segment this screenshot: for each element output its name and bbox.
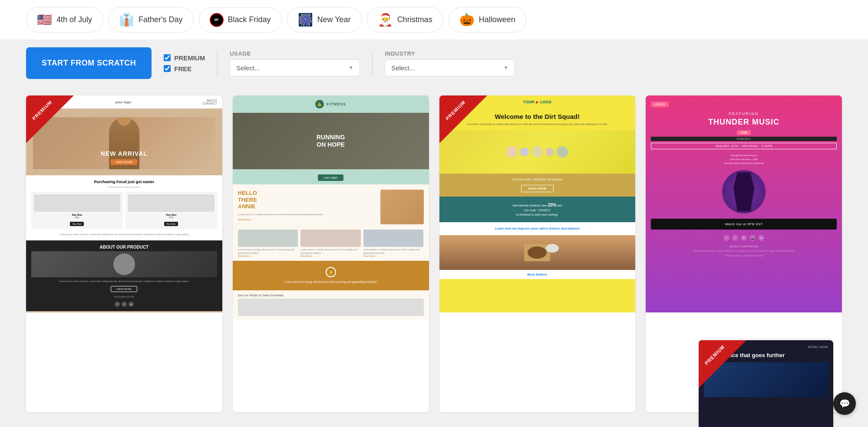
free-label: FREE: [174, 65, 191, 72]
premium-checkbox-row[interactable]: PREMIUM: [164, 54, 205, 62]
card4-rights: © Music Company - All Rights Reserved: [651, 254, 837, 257]
card4-tonight: TONIGHT: [651, 137, 837, 141]
card4-title: THUNDER MUSIC: [651, 118, 837, 127]
template-card-2[interactable]: 💪 FITNESS RUNNING ON HOPE Let's Start: [233, 95, 429, 412]
linkedin-icon-4: in: [741, 235, 747, 241]
card2-tribute: See our tribute to Gabe Gronwald: [233, 290, 429, 319]
card1-product-1-img: [34, 194, 120, 212]
facebook-icon-4: f: [723, 235, 729, 241]
card1-nav: SERVICE your logo. ABOUT CONTACT: [26, 95, 222, 108]
twitter-icon-4: t: [732, 235, 738, 241]
nav-label-fathers-day: Father's Day: [139, 15, 182, 24]
card3-save-btn: SAVE NOW: [521, 185, 554, 192]
card3-brand: LOGO: [540, 100, 552, 104]
card3-welcome-desc: As a Wes, by joining our squad were givi…: [446, 122, 629, 126]
card2-article-2: Lorem ipsum is simply dummy text of the …: [300, 230, 361, 257]
card4-content: LOGO FEATURING THUNDER MUSIC LIVE TONIGH…: [646, 95, 842, 312]
card1-product-2-img: [128, 194, 215, 212]
card1-service: SERVICE: [31, 101, 45, 104]
free-checkbox-row[interactable]: FREE: [164, 65, 205, 72]
card5-header: YOUR LOGO MODEL NAME: [704, 345, 828, 348]
card1-hero-title: NEW ARRIVAL: [26, 150, 222, 157]
card3-product-1: [506, 146, 518, 158]
card2-right: [380, 190, 424, 224]
card2-greeting: HELLO THERE ANNIE: [238, 190, 376, 210]
template-card-5-partial[interactable]: PREMIUM YOUR LOGO MODEL NAME Performance…: [699, 340, 833, 427]
fireworks-icon: 🎆: [298, 13, 313, 27]
card4-live-label: LIVE: [737, 130, 751, 135]
card3-header: YOUR ▶ LOGO: [439, 95, 636, 108]
instagram-icon: in: [129, 302, 134, 307]
nav-label-black-friday: Black Friday: [228, 15, 271, 24]
card1-social: f t in: [31, 302, 217, 307]
template-card-1[interactable]: PREMIUM SERVICE your logo. ABOUT CONTACT…: [26, 95, 222, 412]
premium-label: PREMIUM: [174, 54, 205, 62]
free-checkbox[interactable]: [164, 65, 171, 72]
card5-logo: YOUR LOGO: [704, 345, 726, 348]
card5-title: Performance that goes further: [704, 352, 828, 359]
card1-product-2-price: $25: [128, 216, 215, 219]
card3-intl-text: International residents save 20% too! Us…: [446, 202, 630, 217]
industry-select[interactable]: Select... ▼: [385, 59, 515, 76]
card1-lorem: Lorem ipsum dolor sit amet, consectetur …: [31, 233, 217, 236]
nav-pill-fathers-day[interactable]: 👔 Father's Day: [108, 7, 193, 33]
card1-product-1: Ray Ban $20 Buy Now: [31, 192, 123, 229]
instagram-icon-4: 📷: [749, 235, 756, 241]
card3-body: Use The Code: 'OR33450X' at checkout SAV…: [439, 174, 636, 197]
card4-featuring: FEATURING: [651, 112, 837, 116]
nav-pill-christmas[interactable]: 🎅 Christmas: [367, 7, 443, 33]
card1-logo: your logo.: [115, 100, 132, 104]
card2-promo-icon: ⚡: [326, 267, 336, 277]
template-card-3[interactable]: PREMIUM YOUR ▶ LOGO Welcome to the Dirt …: [439, 95, 636, 412]
nav-pill-halloween[interactable]: 🎃 Halloween: [449, 7, 526, 33]
industry-select-value: Select...: [391, 64, 415, 72]
start-from-scratch-button[interactable]: START FROM SCRATCH: [26, 47, 152, 79]
card1-footer-text: Lorem ipsum dolor sit amet, consectetur …: [31, 280, 217, 283]
card1-hero-btn: VIEW MORE: [111, 159, 137, 165]
industry-chevron-icon: ▼: [503, 65, 508, 71]
nav-pill-4th-july[interactable]: 🇺🇸 4th of July: [26, 7, 103, 33]
card2-promo: ⚡ "Lorem ipsum is simply dummy text of t…: [233, 261, 429, 290]
card3-product-3: [531, 146, 543, 158]
card1-body: Purchasing Focal just got easier Lorem i…: [26, 175, 222, 240]
card2-tribute-title: See our tribute to Gabe Gronwald: [238, 294, 424, 297]
chat-button[interactable]: 💬: [833, 392, 856, 415]
card3-products-area: [439, 130, 636, 174]
card3-learn-link: Learn how we improve your skin's texture…: [446, 227, 630, 231]
nav-pill-black-friday[interactable]: BF Black Friday: [199, 7, 282, 33]
card4-logo-bar: LOGO: [651, 102, 837, 107]
premium-checkbox[interactable]: [164, 54, 171, 61]
card2-articles: Lorem ipsum is simply dummy text of the …: [233, 230, 429, 261]
card2-logo-icon: 💪: [315, 100, 324, 108]
industry-filter-group: INDUSTRY Select... ▼: [385, 50, 515, 76]
card3-product-5: [557, 146, 568, 158]
card3-coffee-img: [439, 235, 636, 270]
usage-select[interactable]: Select... ▼: [230, 59, 360, 76]
card2-hero-text: RUNNING ON HOPE: [317, 134, 345, 148]
usage-filter-group: USAGE Select... ▼: [230, 50, 360, 76]
nav-pill-new-year[interactable]: 🎆 New Year: [287, 7, 362, 33]
card3-intl: International residents save 20% too! Us…: [439, 197, 636, 222]
card2-cta-btn: Let's Start: [318, 174, 343, 181]
card4-watch-btn: Watch live at 5PM EST: [651, 219, 837, 230]
card5-model: MODEL NAME: [808, 345, 828, 348]
card1-product-1-price: $20: [34, 216, 120, 219]
card1-hero: NEW ARRIVAL VIEW MORE: [26, 108, 222, 175]
card2-promo-text: "Lorem ipsum is simply dummy text of the…: [238, 280, 424, 284]
card2-content: 💪 FITNESS RUNNING ON HOPE Let's Start: [233, 95, 429, 319]
card3-content: YOUR ▶ LOGO Welcome to the Dirt Squad! A…: [439, 95, 636, 312]
filter-checkboxes: PREMIUM FREE: [164, 54, 205, 72]
card2-hero-overlay: RUNNING ON HOPE: [233, 113, 429, 169]
card1-products: Ray Ban $20 Buy Now Ray Ban $25 Buy Now: [31, 192, 217, 229]
card4-details: Intimate live performance Exclusive inte…: [651, 154, 837, 165]
card2-article-3-img: [363, 230, 424, 247]
card1-footer-img: [31, 251, 217, 277]
card2-hero: RUNNING ON HOPE: [233, 113, 429, 169]
card3-coupon: Use The Code: 'OR33450X' at checkout: [446, 178, 630, 181]
filter-bar: START FROM SCRATCH PREMIUM FREE USAGE Se…: [0, 39, 868, 87]
card3-product-4: [545, 148, 554, 156]
card4-footer-text: Galaxy bar and edition. 2Fronts morally,…: [651, 250, 837, 253]
card1-footer: ABOUT OUR PRODUCT Lorem ipsum dolor sit …: [26, 240, 222, 311]
card4-artist-img: [722, 170, 766, 214]
card1-follow: FOLLOW US ON: [31, 296, 217, 298]
